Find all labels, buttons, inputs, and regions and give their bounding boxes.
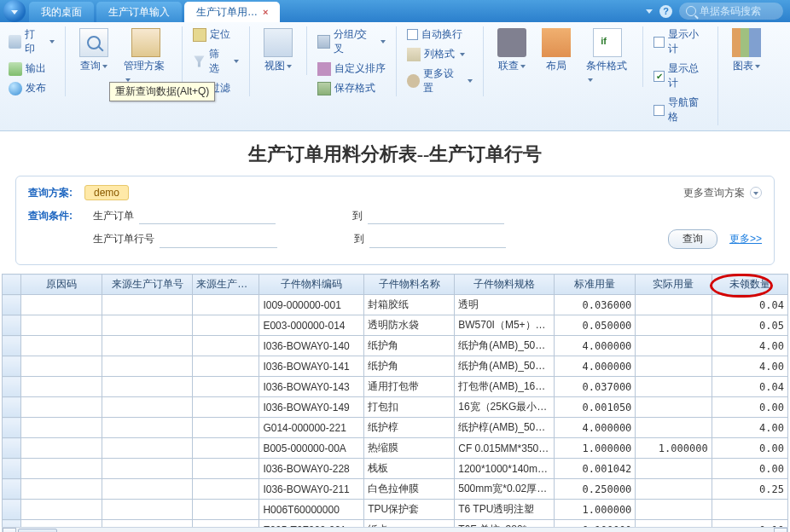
conditional-format-button[interactable]: 条件格式 bbox=[581, 26, 634, 87]
cell-standard-usage[interactable]: 0.250000 bbox=[555, 479, 636, 500]
scroll-left-arrow-icon[interactable]: ◂ bbox=[3, 528, 16, 532]
cell-reason-code[interactable] bbox=[21, 459, 102, 479]
row-header[interactable] bbox=[3, 397, 21, 418]
cell-material-code[interactable]: H006T60000000 bbox=[259, 500, 364, 520]
row-header[interactable] bbox=[3, 356, 21, 377]
col-material-name[interactable]: 子件物料名称 bbox=[364, 275, 455, 295]
autowrap-toggle[interactable]: 自动换行 bbox=[405, 26, 474, 43]
production-order-to-input[interactable] bbox=[368, 207, 504, 224]
col-material-spec[interactable]: 子件物料规格 bbox=[455, 275, 555, 295]
table-row[interactable]: I036-BOWAY0-143通用打包带打包带(AMB)_16…0.037000… bbox=[3, 377, 788, 397]
cell-standard-usage[interactable]: 0.036000 bbox=[555, 295, 636, 315]
more-conditions-link[interactable]: 更多>> bbox=[729, 232, 762, 246]
publish-button[interactable]: 发布 bbox=[7, 80, 56, 96]
cell-unreceived-qty[interactable]: 0.04 bbox=[712, 377, 787, 397]
col-source-order-line[interactable]: 来源生产订单行号 bbox=[193, 275, 259, 295]
col-source-order-no[interactable]: 来源生产订单号 bbox=[102, 275, 193, 295]
production-order-line-from-input[interactable] bbox=[160, 231, 277, 248]
row-header[interactable] bbox=[3, 418, 21, 438]
cell-unreceived-qty[interactable]: 4.00 bbox=[712, 356, 787, 377]
barcode-search-input[interactable] bbox=[700, 5, 776, 17]
cell-actual-usage[interactable] bbox=[636, 377, 712, 397]
cell-standard-usage[interactable]: 0.001042 bbox=[555, 459, 636, 479]
cell-actual-usage[interactable] bbox=[636, 336, 712, 356]
cell-source-order-no[interactable] bbox=[102, 315, 193, 336]
cell-source-order-no[interactable] bbox=[102, 418, 193, 438]
cell-reason-code[interactable] bbox=[21, 315, 102, 336]
production-order-from-input[interactable] bbox=[139, 207, 276, 224]
cell-standard-usage[interactable]: 0.050000 bbox=[555, 315, 636, 336]
nav-pane-toggle[interactable]: 导航窗格 bbox=[652, 95, 709, 125]
cell-unreceived-qty[interactable]: 0.04 bbox=[712, 295, 787, 315]
cell-source-order-line[interactable] bbox=[193, 418, 259, 438]
more-settings-button[interactable]: 更多设置 bbox=[405, 66, 474, 96]
cell-source-order-line[interactable] bbox=[193, 315, 259, 336]
cell-standard-usage[interactable]: 4.000000 bbox=[555, 356, 636, 377]
group-button[interactable]: 分组/交叉 bbox=[316, 26, 387, 57]
cell-reason-code[interactable] bbox=[21, 336, 102, 356]
cell-actual-usage[interactable]: 1.000000 bbox=[636, 438, 712, 459]
cell-source-order-line[interactable] bbox=[193, 459, 259, 479]
cell-actual-usage[interactable] bbox=[636, 356, 712, 377]
row-header[interactable] bbox=[3, 438, 21, 459]
cell-material-spec[interactable]: 打包带(AMB)_16… bbox=[455, 377, 555, 397]
cell-reason-code[interactable] bbox=[21, 418, 102, 438]
row-header[interactable] bbox=[3, 295, 21, 315]
cell-source-order-no[interactable] bbox=[102, 500, 193, 520]
more-query-plan-dropdown-icon[interactable] bbox=[750, 187, 762, 199]
cell-material-code[interactable]: B005-000000-00A bbox=[259, 438, 364, 459]
cell-material-code[interactable]: I009-000000-001 bbox=[259, 295, 364, 315]
cell-material-code[interactable]: I036-BOWAY0-141 bbox=[259, 356, 364, 377]
barcode-search[interactable] bbox=[679, 3, 783, 20]
cell-material-name[interactable]: 白色拉伸膜 bbox=[364, 479, 455, 500]
cell-unreceived-qty[interactable]: 0.25 bbox=[712, 479, 787, 500]
col-reason-code[interactable]: 原因码 bbox=[21, 275, 102, 295]
help-icon[interactable]: ? bbox=[659, 5, 672, 18]
row-header[interactable] bbox=[3, 500, 21, 520]
cell-reason-code[interactable] bbox=[21, 377, 102, 397]
query-submit-button[interactable]: 查询 bbox=[668, 229, 717, 249]
cell-material-spec[interactable]: 纸护角(AMB)_50… bbox=[455, 356, 555, 377]
cell-source-order-no[interactable] bbox=[102, 438, 193, 459]
cell-material-name[interactable]: 透明防水袋 bbox=[364, 315, 455, 336]
tab-production-order-material[interactable]: 生产订单用…× bbox=[184, 2, 280, 22]
cell-reason-code[interactable] bbox=[21, 397, 102, 418]
table-row[interactable]: I036-BOWAY0-141纸护角纸护角(AMB)_50…4.0000004.… bbox=[3, 356, 788, 377]
cell-material-code[interactable]: I036-BOWAY0-228 bbox=[259, 459, 364, 479]
cell-material-code[interactable]: G014-000000-221 bbox=[259, 418, 364, 438]
cell-reason-code[interactable] bbox=[21, 438, 102, 459]
cell-material-spec[interactable]: 1200*1000*140m… bbox=[455, 459, 555, 479]
manage-plan-button[interactable]: 管理方案 bbox=[119, 26, 173, 87]
cell-material-spec[interactable]: 透明 bbox=[455, 295, 555, 315]
table-row[interactable]: I036-BOWAY0-211白色拉伸膜500mm宽*0.02厚…0.25000… bbox=[3, 479, 788, 500]
cell-source-order-line[interactable] bbox=[193, 438, 259, 459]
export-button[interactable]: 输出 bbox=[7, 61, 56, 77]
cell-material-name[interactable]: 封箱胶纸 bbox=[364, 295, 455, 315]
col-actual-usage[interactable]: 实际用量 bbox=[636, 275, 712, 295]
cell-standard-usage[interactable]: 4.000000 bbox=[555, 336, 636, 356]
cell-source-order-no[interactable] bbox=[102, 459, 193, 479]
cell-actual-usage[interactable] bbox=[636, 418, 712, 438]
cell-material-code[interactable]: I036-BOWAY0-140 bbox=[259, 336, 364, 356]
cell-source-order-no[interactable] bbox=[102, 356, 193, 377]
col-unreceived-qty[interactable]: 未领数量 bbox=[712, 275, 787, 295]
cell-material-code[interactable]: I036-BOWAY0-143 bbox=[259, 377, 364, 397]
cell-material-spec[interactable]: T6 TPU透明注塑 bbox=[455, 500, 555, 520]
cell-reason-code[interactable] bbox=[21, 479, 102, 500]
cell-material-name[interactable]: 通用打包带 bbox=[364, 377, 455, 397]
cell-actual-usage[interactable] bbox=[636, 315, 712, 336]
cell-actual-usage[interactable] bbox=[636, 500, 712, 520]
table-row[interactable]: I036-BOWAY0-149打包扣16宽（25KG最小…0.0010500.0… bbox=[3, 397, 788, 418]
cell-unreceived-qty[interactable]: 0.00 bbox=[712, 459, 787, 479]
cell-material-spec[interactable]: BW570I（M5+）透… bbox=[455, 315, 555, 336]
table-row[interactable]: I036-BOWAY0-228栈板1200*1000*140m…0.001042… bbox=[3, 459, 788, 479]
column-format-button[interactable]: 列格式 bbox=[405, 46, 474, 62]
table-row[interactable]: I009-000000-001封箱胶纸透明0.0360000.04 bbox=[3, 295, 788, 315]
col-material-code[interactable]: 子件物料编码 bbox=[259, 275, 364, 295]
scroll-thumb[interactable] bbox=[18, 529, 57, 532]
cell-actual-usage[interactable] bbox=[636, 479, 712, 500]
row-header[interactable] bbox=[3, 479, 21, 500]
cell-source-order-line[interactable] bbox=[193, 500, 259, 520]
show-total-toggle[interactable]: ✔显示总计 bbox=[652, 61, 709, 91]
cell-unreceived-qty[interactable]: 4.00 bbox=[712, 336, 787, 356]
